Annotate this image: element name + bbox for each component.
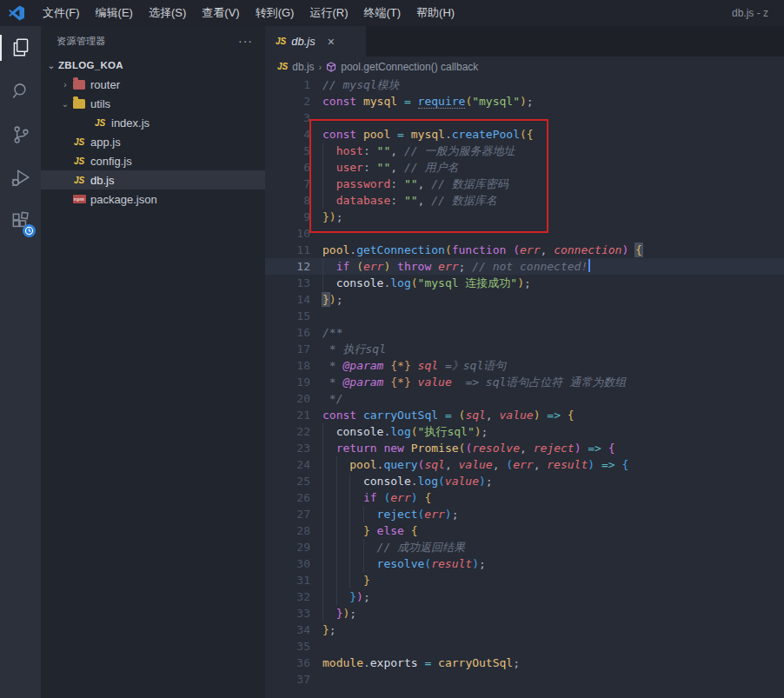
code-line-4[interactable]: 4const pool = mysql.createPool({ <box>265 126 784 143</box>
line-content: console.log(value); <box>310 473 493 489</box>
menu-item-1[interactable]: 编辑(E) <box>88 0 141 26</box>
tree-item-index-js[interactable]: JSindex.js <box>41 113 265 132</box>
search-icon[interactable] <box>0 70 41 113</box>
line-number: 20 <box>265 390 310 407</box>
menu-bar: 文件(F)编辑(E)选择(S)查看(V)转到(G)运行(R)终端(T)帮助(H) <box>35 0 462 26</box>
menu-item-6[interactable]: 终端(T) <box>355 0 409 26</box>
code-line-5[interactable]: 5host: "", // 一般为服务器地址 <box>265 143 784 159</box>
tree-item-app-js[interactable]: JSapp.js <box>41 132 265 151</box>
code-line-20[interactable]: 20 */ <box>265 390 784 407</box>
code-line-12[interactable]: 12if (err) throw err; // not connected! <box>265 258 784 275</box>
code-line-17[interactable]: 17 * 执行sql <box>265 341 784 357</box>
line-number: 24 <box>265 456 310 473</box>
tree-item-package-json[interactable]: npmpackage.json <box>41 189 265 209</box>
code-line-11[interactable]: 11pool.getConnection(function (err, conn… <box>265 242 784 258</box>
folder-router-icon <box>72 77 86 91</box>
code-line-16[interactable]: 16/** <box>265 324 784 341</box>
source-control-icon[interactable] <box>0 113 41 156</box>
code-line-36[interactable]: 36module.exports = carryOutSql; <box>265 655 784 671</box>
file-tree: ⌄ZBLOG_KOA›router⌄utilsJSindex.jsJSapp.j… <box>41 56 265 209</box>
code-line-22[interactable]: 22console.log("执行sql"); <box>265 423 784 440</box>
line-content <box>310 308 322 324</box>
extensions-update-badge-clock-icon <box>23 224 36 237</box>
sidebar-actions-icon[interactable]: ··· <box>238 34 253 48</box>
code-line-2[interactable]: 2const mysql = require("mysql"); <box>265 93 784 110</box>
menu-item-0[interactable]: 文件(F) <box>35 0 88 26</box>
tree-item-config-js[interactable]: JSconfig.js <box>41 151 265 170</box>
code-line-21[interactable]: 21const carryOutSql = (sql, value) => { <box>265 407 784 423</box>
line-number: 4 <box>265 126 310 143</box>
tree-item-ZBLOG_KOA[interactable]: ⌄ZBLOG_KOA <box>41 56 265 75</box>
code-line-8[interactable]: 8database: "", // 数据库名 <box>265 192 784 209</box>
js-file-icon: JS <box>276 37 286 46</box>
line-number: 29 <box>265 539 310 555</box>
tab-close-icon[interactable]: × <box>328 36 335 48</box>
tree-item-db-js[interactable]: JSdb.js <box>41 170 265 189</box>
title-bar: 文件(F)编辑(E)选择(S)查看(V)转到(G)运行(R)终端(T)帮助(H)… <box>0 0 784 26</box>
code-line-30[interactable]: 30resolve(result); <box>265 555 784 572</box>
run-debug-icon[interactable] <box>0 156 41 200</box>
line-content: pool.query(sql, value, (err, result) => … <box>310 456 628 473</box>
code-line-7[interactable]: 7password: "", // 数据库密码 <box>265 176 784 192</box>
code-line-13[interactable]: 13console.log("mysql 连接成功"); <box>265 275 784 291</box>
line-content: // 成功返回结果 <box>310 539 465 555</box>
tree-item-utils[interactable]: ⌄utils <box>41 94 265 113</box>
code-line-10[interactable]: 10 <box>265 225 784 242</box>
line-number: 6 <box>265 159 310 176</box>
menu-item-7[interactable]: 帮助(H) <box>409 0 462 26</box>
vscode-window: 文件(F)编辑(E)选择(S)查看(V)转到(G)运行(R)终端(T)帮助(H)… <box>0 0 784 698</box>
breadcrumb-symbol[interactable]: pool.getConnection() callback <box>341 61 478 73</box>
code-line-9[interactable]: 9}); <box>265 209 784 225</box>
code-line-35[interactable]: 35 <box>265 638 784 655</box>
breadcrumb[interactable]: JS db.js › pool.getConnection() callback <box>265 57 784 76</box>
line-number: 37 <box>265 671 310 688</box>
code-line-28[interactable]: 28} else { <box>265 522 784 539</box>
code-line-19[interactable]: 19 * @param {*} value => sql语句占位符 通常为数组 <box>265 374 784 390</box>
menu-item-4[interactable]: 转到(G) <box>248 0 302 26</box>
line-number: 22 <box>265 423 310 440</box>
folder-utils-icon <box>72 96 86 110</box>
code-line-37[interactable]: 37 <box>265 671 784 688</box>
line-number: 17 <box>265 341 310 357</box>
code-line-26[interactable]: 26if (err) { <box>265 489 784 506</box>
code-line-31[interactable]: 31} <box>265 572 784 588</box>
code-line-23[interactable]: 23return new Promise((resolve, reject) =… <box>265 440 784 456</box>
line-number: 8 <box>265 192 310 209</box>
tab-bar: JS db.js × <box>265 26 784 57</box>
explorer-icon[interactable] <box>0 26 41 70</box>
code-line-1[interactable]: 1// mysql模块 <box>265 76 784 93</box>
line-number: 32 <box>265 588 310 605</box>
line-number: 10 <box>265 225 310 242</box>
code-line-15[interactable]: 15 <box>265 308 784 324</box>
code-line-14[interactable]: 14}); <box>265 291 784 308</box>
line-number: 15 <box>265 308 310 324</box>
line-number: 12 <box>265 258 310 275</box>
code-line-33[interactable]: 33}); <box>265 605 784 622</box>
tab-dbjs[interactable]: JS db.js × <box>265 26 366 57</box>
code-line-6[interactable]: 6user: "", // 用户名 <box>265 159 784 176</box>
menu-item-3[interactable]: 查看(V) <box>194 0 247 26</box>
line-number: 35 <box>265 638 310 655</box>
code-line-24[interactable]: 24pool.query(sql, value, (err, result) =… <box>265 456 784 473</box>
code-line-32[interactable]: 32}); <box>265 588 784 605</box>
js-file-icon: JS <box>93 116 107 130</box>
tree-item-label: router <box>90 78 120 91</box>
code-line-27[interactable]: 27reject(err); <box>265 506 784 522</box>
line-content: module.exports = carryOutSql; <box>310 655 520 671</box>
extensions-icon[interactable] <box>0 200 41 243</box>
tree-item-router[interactable]: ›router <box>41 75 265 94</box>
chevron-down-icon: ⌄ <box>58 99 72 109</box>
code-line-29[interactable]: 29// 成功返回结果 <box>265 539 784 555</box>
code-line-3[interactable]: 3 <box>265 110 784 126</box>
line-content: reject(err); <box>310 506 459 522</box>
code-line-25[interactable]: 25console.log(value); <box>265 473 784 489</box>
code-line-18[interactable]: 18 * @param {*} sql =》sql语句 <box>265 357 784 374</box>
line-number: 11 <box>265 242 310 258</box>
line-number: 9 <box>265 209 310 225</box>
menu-item-5[interactable]: 运行(R) <box>302 0 355 26</box>
line-content: }; <box>310 622 336 638</box>
code-editor[interactable]: 1// mysql模块2const mysql = require("mysql… <box>265 76 784 688</box>
breadcrumb-file[interactable]: db.js <box>292 61 314 73</box>
menu-item-2[interactable]: 选择(S) <box>141 0 194 26</box>
code-line-34[interactable]: 34}; <box>265 622 784 638</box>
